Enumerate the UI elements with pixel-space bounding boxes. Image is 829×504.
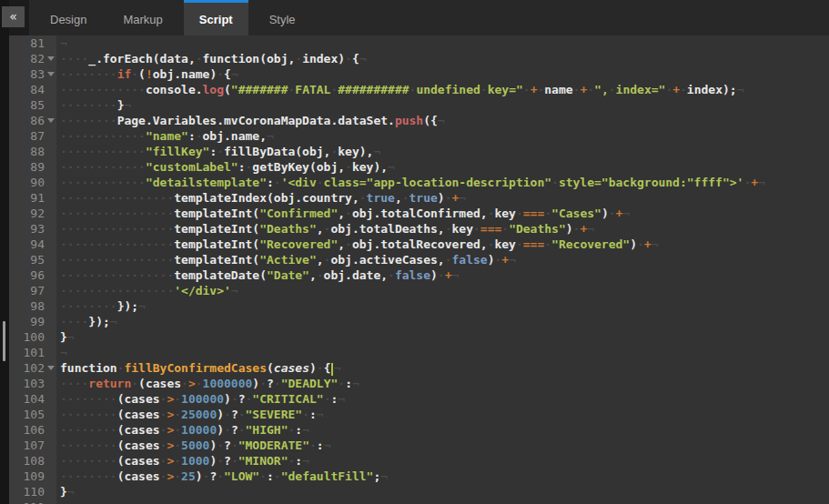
code-line[interactable]: 81¬ (9, 35, 829, 51)
eol-marker: ¬ (60, 346, 67, 359)
code-line[interactable]: 95················templateInt("Active",·… (9, 252, 829, 267)
code-line[interactable]: 107········(cases·>·5000)·?·"MODERATE"·:… (9, 438, 829, 453)
code-line[interactable]: 93················templateInt("Deaths",·… (9, 221, 829, 237)
fold-toggle-icon[interactable] (47, 366, 55, 370)
line-number: 93 (9, 221, 56, 237)
eol-marker: ¬ (333, 361, 340, 375)
line-number: 84 (9, 82, 56, 97)
eol-marker: ¬ (459, 191, 466, 205)
code-text: }¬ (56, 329, 75, 345)
code-text: ············console.log("#######·FATAL·#… (56, 82, 743, 97)
code-line[interactable]: 96················templateDate("Date",·o… (9, 267, 829, 283)
line-number: 95 (9, 252, 56, 267)
eol-marker: ¬ (302, 423, 309, 437)
code-line[interactable]: 85········}¬ (9, 97, 829, 113)
line-number: 99 (9, 314, 56, 329)
eol-marker: ¬ (267, 129, 274, 143)
code-text: ········if·(!obj.name)·{¬ (56, 66, 238, 82)
line-number: 103 (9, 376, 56, 391)
code-line[interactable]: 98········});¬ (9, 298, 829, 314)
eol-marker: ¬ (452, 268, 460, 282)
line-number: 88 (9, 144, 56, 159)
code-text: ················templateIndex(obj.countr… (56, 190, 466, 206)
code-line[interactable]: 82····_.forEach(data,·function(obj,·inde… (9, 51, 829, 66)
eol-marker: ¬ (380, 469, 388, 483)
fold-toggle-icon[interactable] (47, 56, 55, 61)
code-line[interactable]: 88············"fillKey":·fillByData(obj,… (9, 144, 829, 159)
code-text: }¬ (56, 484, 75, 499)
code-text: ········(cases·>·1000)·?·"MINOR"·:¬ (56, 453, 309, 469)
code-line[interactable]: 108········(cases·>·1000)·?·"MINOR"·:¬ (9, 453, 829, 469)
code-line[interactable]: 87············"name":·obj.name,¬ (9, 128, 829, 144)
code-line[interactable]: 101¬ (9, 345, 829, 360)
line-number: 81 (9, 35, 56, 51)
line-number: 96 (9, 267, 56, 283)
line-number: 89 (9, 159, 56, 175)
eol-marker: ¬ (587, 222, 594, 236)
tab-markup[interactable]: Markup (107, 0, 177, 35)
code-line[interactable]: 94················templateInt("Recovered… (9, 237, 829, 252)
eol-marker: ¬ (509, 253, 516, 267)
eol-marker: ¬ (359, 52, 367, 66)
code-line[interactable]: 103····return·(cases·>·1000000)·?·"DEADL… (9, 376, 829, 391)
code-text: function·fillByConfirmedCases(cases)·{¬ (56, 360, 340, 376)
eol-marker: ¬ (302, 454, 309, 468)
code-line[interactable]: 89············"customLabel":·getByKey(ob… (9, 159, 829, 175)
line-number: 91 (9, 190, 56, 206)
code-text: ············"customLabel":·getByKey(obj,… (56, 159, 395, 175)
collapse-panel-button[interactable]: « (2, 6, 25, 27)
code-line[interactable]: 99····});¬ (9, 314, 829, 329)
eol-marker: ¬ (758, 176, 765, 189)
tab-script[interactable]: Script (184, 0, 248, 35)
code-text: ················templateInt("Recovered",… (56, 237, 658, 252)
code-line[interactable]: 91················templateIndex(obj.coun… (9, 190, 829, 206)
code-line[interactable]: 109········(cases·>·25)·?·"LOW"·:·"defau… (9, 469, 829, 484)
line-number: 106 (9, 422, 56, 438)
code-text: ········});¬ (56, 298, 146, 314)
code-line[interactable]: 83········if·(!obj.name)·{¬ (9, 66, 829, 82)
line-number: 108 (9, 453, 56, 469)
line-number: 83 (9, 66, 56, 82)
code-line[interactable]: 86········Page.Variables.mvCoronaMapData… (9, 113, 829, 128)
code-text: ················'</div>'¬ (56, 283, 238, 298)
code-line[interactable]: 100}¬ (9, 329, 829, 345)
eol-marker: ¬ (110, 315, 117, 328)
code-text: ················templateInt("Deaths",·ob… (56, 221, 594, 237)
line-number: 98 (9, 298, 56, 314)
code-line[interactable]: 97················'</div>'¬ (9, 283, 829, 298)
code-text: ········(cases·>·25)·?·"LOW"·:·"defaultF… (56, 469, 388, 484)
eol-marker: ¬ (737, 83, 744, 96)
code-text: ············"fillKey":·fillByData(obj,·k… (56, 144, 380, 159)
editor-tab-bar: Design Markup Script Style (9, 0, 829, 35)
code-line[interactable]: 102function·fillByConfirmedCases(cases)·… (9, 360, 829, 376)
line-number: 105 (9, 407, 56, 422)
eol-marker: ¬ (231, 284, 238, 297)
script-editor[interactable]: 81¬82····_.forEach(data,·function(obj,·i… (9, 35, 829, 504)
line-number: 111 (9, 499, 56, 504)
fold-toggle-icon[interactable] (47, 118, 55, 123)
eol-marker: ¬ (438, 114, 445, 127)
code-line[interactable]: 90············"detailstemplate":·'<div·c… (9, 175, 829, 190)
code-line[interactable]: 104········(cases·>·100000)·?·"CRITICAL"… (9, 391, 829, 407)
tab-design[interactable]: Design (35, 0, 102, 35)
code-text: ············"detailstemplate":·'<div·cla… (56, 175, 765, 190)
eol-marker: ¬ (124, 98, 131, 112)
fold-toggle-icon[interactable] (47, 72, 55, 76)
eol-marker: ¬ (138, 299, 146, 313)
code-text: ········(cases·>·25000)·?·"SEVERE"·:¬ (56, 407, 324, 422)
code-line[interactable]: 106········(cases·>·10000)·?·"HIGH"·:¬ (9, 422, 829, 438)
code-line[interactable]: 105········(cases·>·25000)·?·"SEVERE"·:¬ (9, 407, 829, 422)
line-number: 97 (9, 283, 56, 298)
line-number: 90 (9, 175, 56, 190)
line-number: 102 (9, 360, 56, 376)
code-line[interactable]: 111 (9, 499, 829, 504)
code-line[interactable]: 110}¬ (9, 484, 829, 499)
code-line[interactable]: 92················templateInt("Confirmed… (9, 206, 829, 221)
tab-style[interactable]: Style (254, 0, 311, 35)
line-number: 104 (9, 391, 56, 407)
code-line[interactable]: 84············console.log("#######·FATAL… (9, 82, 829, 97)
chevron-double-left-icon: « (9, 9, 17, 24)
code-text: ················templateInt("Active",·ob… (56, 252, 516, 267)
code-text: ············"name":·obj.name,¬ (56, 128, 274, 144)
scrollbar-thumb[interactable] (3, 321, 5, 361)
